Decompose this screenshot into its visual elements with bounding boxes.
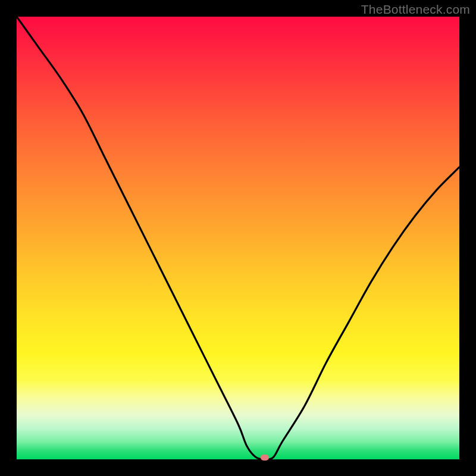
chart-frame: TheBottleneck.com xyxy=(0,0,476,476)
sweet-spot-marker xyxy=(261,455,269,461)
watermark-text: TheBottleneck.com xyxy=(361,2,470,17)
plot-area xyxy=(17,17,459,459)
bottleneck-curve xyxy=(17,17,459,459)
